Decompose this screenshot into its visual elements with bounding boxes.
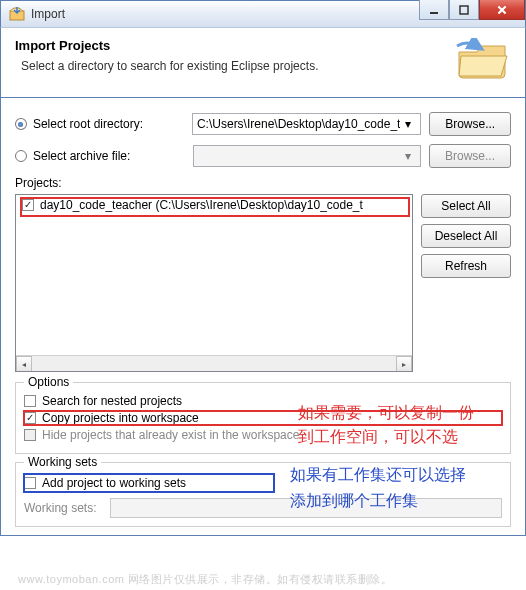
page-description: Select a directory to search for existin… bbox=[21, 59, 511, 73]
maximize-button[interactable] bbox=[449, 0, 479, 20]
project-checkbox[interactable] bbox=[22, 199, 34, 211]
working-sets-selector-row: Working sets: bbox=[24, 498, 502, 518]
copy-checkbox[interactable] bbox=[24, 412, 36, 424]
annotation-text: 到工作空间，可以不选 bbox=[298, 427, 458, 448]
root-directory-combo[interactable]: C:\Users\Irene\Desktop\day10_code_t ▾ bbox=[192, 113, 421, 135]
window-controls bbox=[419, 0, 525, 20]
add-working-set-checkbox[interactable] bbox=[24, 477, 36, 489]
hide-checkbox bbox=[24, 429, 36, 441]
watermark-text: www.toymoban.com 网络图片仅供展示，非存储。如有侵权请联系删除。 bbox=[18, 572, 392, 587]
select-all-button[interactable]: Select All bbox=[421, 194, 511, 218]
archive-file-row: Select archive file: ▾ Browse... bbox=[15, 144, 511, 168]
copy-label: Copy projects into workspace bbox=[42, 411, 199, 425]
projects-list[interactable]: day10_code_teacher (C:\Users\Irene\Deskt… bbox=[15, 194, 413, 372]
options-group: Options Search for nested projects Copy … bbox=[15, 382, 511, 454]
minimize-button[interactable] bbox=[419, 0, 449, 20]
root-directory-radio[interactable] bbox=[15, 118, 27, 130]
chevron-down-icon: ▾ bbox=[400, 149, 416, 163]
folder-import-icon bbox=[455, 38, 511, 82]
options-title: Options bbox=[24, 375, 73, 389]
scroll-right-button[interactable]: ▸ bbox=[396, 356, 412, 372]
scroll-left-button[interactable]: ◂ bbox=[16, 356, 32, 372]
page-title: Import Projects bbox=[15, 38, 511, 53]
nested-label: Search for nested projects bbox=[42, 394, 182, 408]
annotation-text: 如果有工作集还可以选择 bbox=[290, 465, 466, 486]
archive-file-radio[interactable] bbox=[15, 150, 27, 162]
deselect-all-button[interactable]: Deselect All bbox=[421, 224, 511, 248]
root-directory-row: Select root directory: C:\Users\Irene\De… bbox=[15, 112, 511, 136]
browse-root-button[interactable]: Browse... bbox=[429, 112, 511, 136]
horizontal-scrollbar[interactable]: ◂ ▸ bbox=[16, 355, 412, 371]
chevron-down-icon[interactable]: ▾ bbox=[400, 117, 416, 131]
project-label: day10_code_teacher (C:\Users\Irene\Deskt… bbox=[40, 198, 363, 212]
wizard-content: Select root directory: C:\Users\Irene\De… bbox=[0, 98, 526, 536]
annotation-text: 添加到哪个工作集 bbox=[290, 491, 418, 512]
projects-label: Projects: bbox=[15, 176, 511, 190]
working-sets-label: Working sets: bbox=[24, 501, 110, 515]
archive-file-combo: ▾ bbox=[193, 145, 421, 167]
working-sets-group: Working sets Add project to working sets… bbox=[15, 462, 511, 527]
annotation-text: 如果需要，可以复制一份 bbox=[298, 403, 474, 424]
root-directory-label: Select root directory: bbox=[33, 117, 192, 131]
nested-checkbox[interactable] bbox=[24, 395, 36, 407]
svg-rect-2 bbox=[460, 6, 468, 14]
wizard-header: Import Projects Select a directory to se… bbox=[0, 28, 526, 98]
browse-archive-button: Browse... bbox=[429, 144, 511, 168]
titlebar: Import bbox=[0, 0, 526, 28]
refresh-button[interactable]: Refresh bbox=[421, 254, 511, 278]
working-sets-title: Working sets bbox=[24, 455, 101, 469]
hide-label: Hide projects that already exist in the … bbox=[42, 428, 299, 442]
archive-file-label: Select archive file: bbox=[33, 149, 193, 163]
add-working-set-label: Add project to working sets bbox=[42, 476, 186, 490]
svg-rect-1 bbox=[430, 12, 438, 14]
import-icon bbox=[9, 6, 25, 22]
add-working-set-row[interactable]: Add project to working sets bbox=[24, 474, 274, 492]
window-title: Import bbox=[31, 7, 65, 21]
close-button[interactable] bbox=[479, 0, 525, 20]
list-item[interactable]: day10_code_teacher (C:\Users\Irene\Deskt… bbox=[16, 195, 412, 215]
